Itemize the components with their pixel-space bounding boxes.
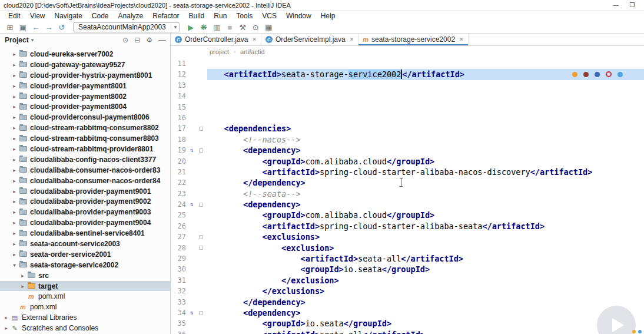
forward-icon[interactable]: → (42, 22, 55, 32)
tree-chevron-icon[interactable]: ▸ (11, 72, 18, 78)
tree-chevron-icon[interactable]: ▸ (11, 178, 18, 184)
menu-help[interactable]: Help (316, 12, 340, 20)
minimize-button[interactable]: — (608, 2, 624, 8)
tree-item-scratches-and-consoles[interactable]: ▸✎Scratches and Consoles (0, 323, 170, 333)
run-configuration-select[interactable]: SeataAccountMainApp2003 ▾ (73, 22, 180, 32)
tree-chevron-icon[interactable]: ▸ (19, 273, 26, 279)
tree-chevron-icon[interactable]: ▾ (11, 262, 18, 268)
fold-marker-icon[interactable] (199, 127, 203, 131)
tree-chevron-icon[interactable]: ▸ (11, 220, 18, 226)
tree-chevron-icon[interactable]: ▸ (11, 135, 18, 141)
menu-build[interactable]: Build (184, 12, 210, 20)
tree-item-cloud-provider-payment8001[interactable]: ▸cloud-provider-payment8001 (0, 81, 170, 91)
dependency-gutter-icon[interactable]: ⇅ (190, 201, 194, 207)
hide-panel-icon[interactable]: ― (158, 36, 165, 44)
tree-item-cloudalibaba-provider-payment9001[interactable]: ▸cloudalibaba-provider-payment9001 (0, 186, 170, 197)
tree-item-target[interactable]: ▸target (0, 281, 170, 292)
tree-chevron-icon[interactable]: ▸ (11, 209, 18, 215)
menu-edit[interactable]: Edit (4, 12, 25, 20)
stop-icon[interactable]: ■ (223, 22, 236, 32)
tree-item-cloudalibaba-consumer-nacos-order83[interactable]: ▸cloudalibaba-consumer-nacos-order83 (0, 165, 170, 176)
tree-chevron-icon[interactable]: ▸ (19, 283, 26, 289)
fold-marker-icon[interactable] (199, 246, 203, 250)
tree-chevron-icon[interactable]: ▸ (2, 325, 10, 331)
back-icon[interactable]: ← (29, 22, 42, 32)
tree-item-cloudalibaba-sentinel-service8401[interactable]: ▸cloudalibaba-sentinel-service8401 (0, 228, 170, 239)
open-project-icon[interactable]: ⊞ (4, 22, 16, 32)
coverage-icon[interactable]: ▥ (210, 22, 223, 32)
tree-chevron-icon[interactable]: ▸ (11, 62, 18, 68)
tree-item-cloud-provider-hystrix-payment8001[interactable]: ▸cloud-provider-hystrix-payment8001 (0, 70, 170, 81)
tree-item-external-libraries[interactable]: ▸▤External Libraries (0, 312, 170, 323)
dependency-gutter-icon[interactable]: ⇅ (190, 147, 194, 153)
menu-tools[interactable]: Tools (231, 12, 257, 20)
fold-marker-icon[interactable] (199, 311, 203, 315)
breadcrumb-item-artifactid[interactable]: artifactid (240, 48, 265, 55)
tree-chevron-icon[interactable]: ▸ (2, 315, 10, 320)
breadcrumb-item-project[interactable]: project (210, 48, 229, 55)
tree-item-cloudalibaba-provider-payment9003[interactable]: ▸cloudalibaba-provider-payment9003 (0, 207, 170, 217)
save-all-icon[interactable]: ▣ (16, 22, 29, 32)
tab-ordercontroller-java[interactable]: COrderController.java✕ (171, 34, 261, 45)
tree-chevron-icon[interactable]: ▸ (11, 125, 18, 131)
tree-chevron-icon[interactable]: ▸ (11, 157, 18, 163)
panel-settings-icon[interactable]: ⚙ (146, 36, 152, 44)
tree-chevron-icon[interactable]: ▸ (11, 104, 18, 110)
tab-seata-storage-service2002[interactable]: mseata-storage-service2002✕ (358, 34, 468, 45)
tree-chevron-icon[interactable]: ▸ (11, 230, 18, 236)
locate-icon[interactable]: ⊙ (122, 36, 128, 44)
tree-item-cloudalibaba-provider-payment9004[interactable]: ▸cloudalibaba-provider-payment9004 (0, 217, 170, 228)
menu-analyze[interactable]: Analyze (114, 12, 148, 20)
fold-marker-icon[interactable] (199, 203, 203, 207)
menu-window[interactable]: Window (281, 12, 316, 20)
tree-chevron-icon[interactable]: ▸ (11, 167, 18, 173)
build-icon[interactable]: ⚒ (236, 22, 249, 32)
tree-item-cloud-providerconsul-payment8006[interactable]: ▸cloud-providerconsul-payment8006 (0, 112, 170, 123)
tree-chevron-icon[interactable]: ▸ (11, 189, 18, 194)
run-icon[interactable]: ▶ (184, 22, 197, 32)
menu-refactor[interactable]: Refactor (148, 12, 184, 20)
tab-close-icon[interactable]: ✕ (252, 37, 257, 42)
code-editor[interactable]: 1112 <artifactId>seata-storage-service20… (171, 57, 644, 334)
tree-chevron-icon[interactable]: ▸ (11, 83, 18, 89)
tree-chevron-icon[interactable]: ▸ (11, 94, 18, 100)
tree-chevron-icon[interactable]: ▸ (11, 252, 18, 257)
project-panel-title[interactable]: Project (5, 36, 29, 44)
menu-run[interactable]: Run (209, 12, 231, 20)
tree-item-seata-order-service2001[interactable]: ▸seata-order-service2001 (0, 249, 170, 260)
fold-marker-icon[interactable] (199, 235, 203, 239)
tree-item-cloudalibaba-config-nacos-client3377[interactable]: ▸cloudalibaba-config-nacos-client3377 (0, 154, 170, 165)
tree-item-cloudalibaba-consumer-nacos-order84[interactable]: ▸cloudalibaba-consumer-nacos-order84 (0, 176, 170, 186)
tab-orderserviceimpl-java[interactable]: COrderServiceImpl.java✕ (261, 34, 358, 45)
tree-item-cloud-gateway-gateway9527[interactable]: ▸cloud-gateway-gateway9527 (0, 59, 170, 70)
tree-chevron-icon[interactable]: ▸ (11, 51, 18, 57)
menu-view[interactable]: View (25, 12, 50, 20)
maximize-button[interactable]: ❐ (624, 2, 640, 8)
tree-chevron-icon[interactable]: ▸ (11, 241, 18, 247)
structure-icon[interactable]: ▦ (262, 22, 275, 32)
tree-chevron-icon[interactable]: ▸ (11, 114, 18, 120)
tree-item-pom-xml[interactable]: mpom.xml (0, 291, 170, 302)
tab-close-icon[interactable]: ✕ (350, 37, 354, 42)
tree-item-cloud-stream-rabbitmq-provider8801[interactable]: ▸cloud-stream-rabbitmq-provider8801 (0, 144, 170, 154)
menu-navigate[interactable]: Navigate (49, 12, 87, 20)
tree-chevron-icon[interactable]: ▸ (11, 146, 18, 152)
fold-marker-icon[interactable] (199, 148, 203, 153)
tree-chevron-icon[interactable]: ▸ (11, 199, 18, 204)
tree-item-cloud-provider-payment8004[interactable]: ▸cloud-provider-payment8004 (0, 101, 170, 112)
tree-item-cloud-provider-payment8002[interactable]: ▸cloud-provider-payment8002 (0, 91, 170, 102)
search-everywhere-icon[interactable]: ⊙ (249, 22, 262, 32)
debug-icon[interactable]: ❋ (197, 22, 210, 32)
tree-item-cloudalibaba-provider-payment9002[interactable]: ▸cloudalibaba-provider-payment9002 (0, 196, 170, 207)
tree-item-cloud-stream-rabbitmq-consumer8803[interactable]: ▸cloud-stream-rabbitmq-consumer8803 (0, 133, 170, 144)
tree-item-cloud-stream-rabbitmq-consumer8802[interactable]: ▸cloud-stream-rabbitmq-consumer8802 (0, 123, 170, 133)
tree-item-cloud-eureka-server7002[interactable]: ▸cloud-eureka-server7002 (0, 49, 170, 59)
tree-item-src[interactable]: ▸src (0, 270, 170, 281)
menu-vcs[interactable]: VCS (257, 12, 281, 20)
menu-code[interactable]: Code (87, 12, 114, 20)
tree-item-pom-xml[interactable]: mpom.xml (0, 302, 170, 312)
dependency-gutter-icon[interactable]: ⇅ (190, 310, 194, 316)
tab-close-icon[interactable]: ✕ (459, 37, 464, 42)
chevron-down-icon[interactable]: ▾ (31, 37, 34, 43)
tree-item-seata-account-service2003[interactable]: ▸seata-account-service2003 (0, 239, 170, 249)
